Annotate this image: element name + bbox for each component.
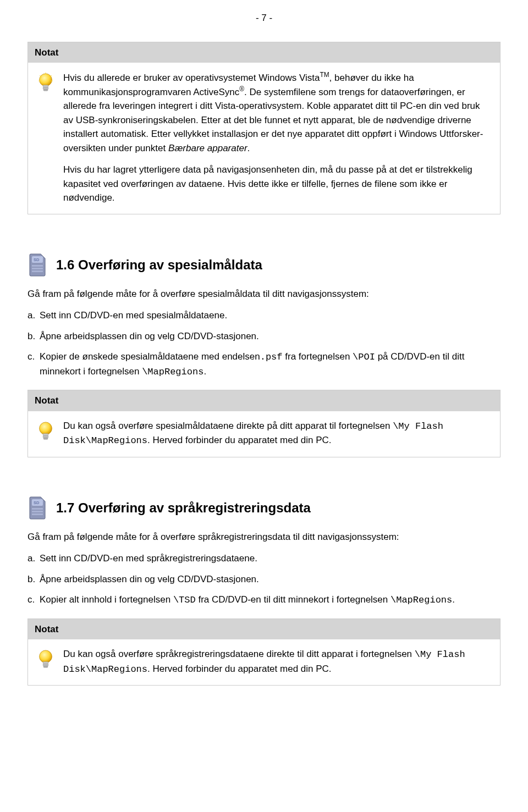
- lightbulb-icon: [37, 73, 54, 93]
- registered-sup: ®: [239, 85, 244, 93]
- svg-text:SD: SD: [34, 500, 40, 505]
- section-1-7: SD 1.7 Overføring av språkregistreringsd…: [28, 496, 501, 686]
- svg-rect-15: [32, 508, 43, 510]
- text-span: Hvis du allerede er bruker av operativsy…: [63, 73, 320, 83]
- svg-rect-10: [43, 434, 48, 436]
- step-text: fra CD/DVD-en til ditt minnekort i forte…: [196, 594, 391, 605]
- step-letter: a.: [28, 551, 40, 566]
- list-item: c.Kopier alt innhold i fortegnelsen \TSD…: [28, 593, 501, 607]
- italic-text: Bærbare apparater: [168, 143, 248, 153]
- note-text: Hvis du allerede er bruker av operativsy…: [63, 70, 491, 205]
- step-letter: b.: [28, 572, 40, 587]
- note-text: Du kan også overføre spesialmåldataene d…: [63, 419, 491, 448]
- note-body: Du kan også overføre spesialmåldataene d…: [28, 411, 500, 457]
- section-intro: Gå fram på følgende måte for å overføre …: [28, 287, 501, 301]
- step-text: .: [452, 594, 455, 605]
- step-text: Åpne arbeidsplassen din og velg CD/DVD-s…: [40, 331, 259, 341]
- step-text: Åpne arbeidsplassen din og velg CD/DVD-s…: [40, 574, 259, 584]
- svg-point-18: [40, 650, 52, 663]
- note-body: Du kan også overføre språkregistreringsd…: [28, 639, 500, 685]
- section-heading-row: SD 1.7 Overføring av språkregistreringsd…: [28, 496, 501, 520]
- svg-rect-2: [43, 87, 48, 90]
- note-paragraph: Hvis du har lagret ytterligere data på n…: [63, 163, 491, 205]
- section-heading: 1.7 Overføring av språkregistreringsdata: [56, 498, 311, 518]
- note-header: Notat: [28, 42, 500, 63]
- step-list: a.Sett inn CD/DVD-en med språkregistreri…: [28, 551, 501, 607]
- svg-rect-11: [43, 435, 48, 438]
- page-number: - 7 -: [28, 11, 501, 25]
- svg-point-9: [40, 422, 52, 435]
- text-span: .: [248, 143, 250, 153]
- text-span: Du kan også overføre språkregistreringsd…: [63, 649, 415, 659]
- step-text: Kopier de ønskede spesialmåldataene med …: [40, 351, 260, 362]
- svg-rect-17: [32, 513, 43, 515]
- section-heading-row: SD 1.6 Overføring av spesialmåldata: [28, 253, 501, 277]
- list-item: b.Åpne arbeidsplassen din og velg CD/DVD…: [28, 329, 501, 344]
- note-paragraph: Hvis du allerede er bruker av operativsy…: [63, 70, 491, 155]
- note-body: Hvis du allerede er bruker av operativsy…: [28, 63, 500, 214]
- svg-rect-1: [43, 85, 48, 87]
- note-header: Notat: [28, 619, 500, 640]
- mono-text: \POI: [353, 352, 375, 362]
- text-span: . Herved forbinder du apparatet med din …: [147, 664, 332, 674]
- mono-text: \MapRegions: [391, 595, 452, 605]
- mono-text: .psf: [260, 352, 283, 362]
- step-letter: b.: [28, 329, 40, 344]
- svg-rect-8: [32, 270, 43, 272]
- lightbulb-icon: [37, 649, 54, 670]
- svg-rect-7: [32, 268, 43, 269]
- svg-rect-20: [43, 664, 48, 666]
- sd-card-icon: SD: [28, 253, 47, 277]
- step-letter: a.: [28, 308, 40, 323]
- list-item: a.Sett inn CD/DVD-en med språkregistreri…: [28, 551, 501, 566]
- step-text: fra fortegnelsen: [283, 351, 353, 362]
- note-box-3: Notat Du kan også overføre språkregistre…: [28, 618, 501, 686]
- section-intro: Gå fram på følgende måte for å overføre …: [28, 530, 501, 544]
- note-paragraph: Du kan også overføre språkregistreringsd…: [63, 647, 491, 676]
- step-text: Sett inn CD/DVD-en med spesialmåldataene…: [40, 310, 227, 321]
- svg-text:SD: SD: [34, 257, 40, 262]
- list-item: a.Sett inn CD/DVD-en med spesialmåldatae…: [28, 308, 501, 323]
- mono-text: \MapRegions: [142, 367, 204, 377]
- step-letter: c.: [28, 350, 40, 364]
- step-text: Kopier alt innhold i fortegnelsen: [40, 594, 173, 605]
- list-item: b.Åpne arbeidsplassen din og velg CD/DVD…: [28, 572, 501, 587]
- list-item: c.Kopier de ønskede spesialmåldataene me…: [28, 350, 501, 379]
- step-text: Sett inn CD/DVD-en med språkregistrering…: [40, 553, 257, 564]
- step-text: .: [204, 366, 206, 377]
- section-heading: 1.6 Overføring av spesialmåldata: [56, 255, 262, 275]
- svg-rect-21: [43, 666, 48, 668]
- note-box-1: Notat Hvis du allerede er bruke: [28, 42, 501, 214]
- sd-card-icon: SD: [28, 496, 47, 520]
- text-span: . Herved forbinder du apparatet med din …: [147, 435, 332, 445]
- step-list: a.Sett inn CD/DVD-en med spesialmåldatae…: [28, 308, 501, 379]
- note-paragraph: Du kan også overføre spesialmåldataene d…: [63, 419, 491, 448]
- svg-rect-12: [43, 438, 48, 439]
- note-text: Du kan også overføre språkregistreringsd…: [63, 647, 491, 676]
- document-page: - 7 - Notat Hvis du: [0, 0, 528, 741]
- mono-text: \TSD: [173, 595, 196, 605]
- text-span: Du kan også overføre spesialmåldataene d…: [63, 421, 393, 431]
- section-1-6: SD 1.6 Overføring av spesialmåldata Gå f…: [28, 253, 501, 457]
- svg-rect-19: [43, 662, 48, 664]
- trademark-sup: TM: [320, 71, 329, 79]
- svg-rect-6: [32, 265, 43, 267]
- lightbulb-icon: [37, 421, 54, 442]
- step-letter: c.: [28, 593, 40, 607]
- svg-rect-3: [43, 89, 48, 91]
- svg-rect-16: [32, 511, 43, 512]
- note-header: Notat: [28, 390, 500, 411]
- svg-point-0: [40, 74, 52, 86]
- note-box-2: Notat Du kan også overføre spesialmåldat…: [28, 390, 501, 457]
